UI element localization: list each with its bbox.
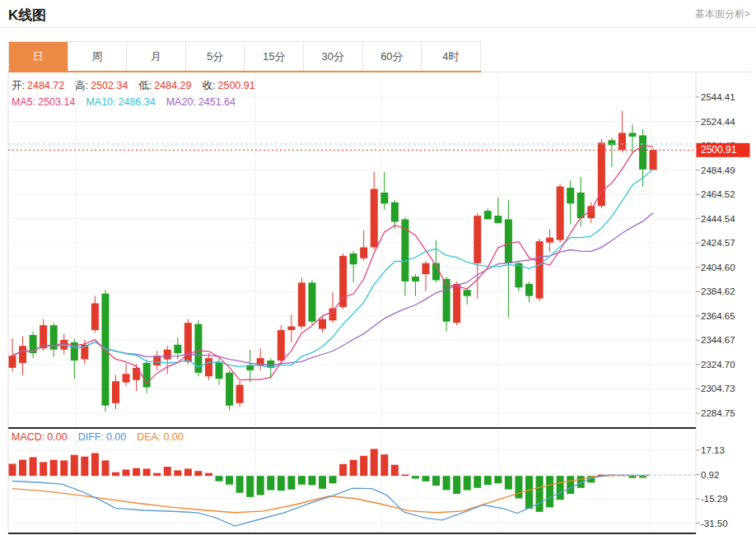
main-axis-tick: 2324.70 <box>701 360 735 370</box>
macd-axis-tick: 17.13 <box>701 445 725 455</box>
macd-bar <box>216 476 223 482</box>
tab-30min[interactable]: 30分 <box>304 42 363 71</box>
candle-body <box>515 263 522 288</box>
macd-bar <box>629 476 637 478</box>
macd-bar <box>81 457 88 476</box>
diff-value: DIFF:0.00 <box>78 431 127 444</box>
tab-month[interactable]: 月 <box>127 42 186 71</box>
candle-body <box>536 241 544 299</box>
candle-body <box>205 358 212 376</box>
header-divider <box>0 27 756 28</box>
candle-body <box>9 356 16 368</box>
macd-bar <box>350 460 357 476</box>
candle-body <box>329 308 337 320</box>
candle-body <box>380 193 388 203</box>
candle-body <box>371 189 378 248</box>
candle-body <box>494 216 502 223</box>
candle-body <box>505 219 512 263</box>
tab-15min[interactable]: 15分 <box>245 42 304 71</box>
macd-bar <box>464 476 471 490</box>
macd-bar <box>278 476 285 491</box>
macd-bar <box>329 476 337 483</box>
candle-body <box>319 319 326 329</box>
macd-bar <box>432 476 440 486</box>
macd-bar <box>133 468 140 476</box>
y-axis-labels: 2544.412524.442504.472484.492464.522444.… <box>696 92 735 528</box>
macd-bar <box>443 476 450 490</box>
candle-body <box>298 282 306 326</box>
macd-bar <box>164 467 171 476</box>
tab-60min[interactable]: 60分 <box>363 42 422 71</box>
macd-axis-tick: 0.92 <box>701 470 719 480</box>
macd-bar <box>205 473 212 476</box>
main-axis-tick: 2464.52 <box>701 189 735 199</box>
main-axis-tick: 2424.57 <box>701 238 735 248</box>
close-value: 收:2500.91 <box>203 80 255 92</box>
candle-body <box>226 373 233 406</box>
macd-bar <box>91 454 99 477</box>
candle-body <box>308 282 315 321</box>
tab-week[interactable]: 周 <box>68 42 128 71</box>
macd-bar <box>153 473 161 476</box>
macd-bar <box>40 462 47 476</box>
macd-bar <box>371 449 378 476</box>
open-value: 开:2484.72 <box>12 80 64 92</box>
main-axis-tick: 2404.60 <box>701 263 735 272</box>
ma5-value: MA5:2503.14 <box>12 96 75 109</box>
candle-body <box>91 304 99 331</box>
macd-pane <box>9 449 697 526</box>
candle-body <box>216 362 223 379</box>
macd-bar <box>494 476 502 483</box>
macd-bar <box>287 476 295 490</box>
candle-body <box>19 346 26 363</box>
candle-body <box>546 238 553 243</box>
macd-bar <box>546 476 553 507</box>
tab-4hour[interactable]: 4时 <box>422 42 481 71</box>
ma-info-row: MA5:2503.14 MA10:2486.34 MA20:2451.64 <box>12 96 246 109</box>
macd-bar <box>298 476 306 485</box>
page-title: K线图 <box>8 6 46 25</box>
candle-body <box>278 330 285 361</box>
candle-body <box>567 188 574 203</box>
macd-bar <box>422 476 430 482</box>
candle-body <box>236 385 244 403</box>
main-axis-tick: 2304.73 <box>701 384 735 393</box>
macd-bar <box>484 476 492 485</box>
tab-5min[interactable]: 5分 <box>186 42 245 71</box>
candle-body <box>174 345 181 353</box>
macd-bar <box>308 476 315 485</box>
macd-bar <box>267 476 274 490</box>
macd-bar <box>515 476 522 498</box>
macd-bar <box>236 476 244 493</box>
dea-value: DEA:0.00 <box>137 431 184 444</box>
candle-body <box>484 211 492 219</box>
macd-bar <box>123 470 130 477</box>
macd-bar <box>380 454 388 476</box>
ma20-value: MA20:2451.64 <box>166 96 236 109</box>
high-value: 高:2502.34 <box>75 80 128 92</box>
macd-bar <box>9 463 16 476</box>
fundamental-analysis-link[interactable]: 基本面分析> <box>695 7 750 21</box>
macd-bar <box>101 460 109 476</box>
macd-bar <box>71 455 78 476</box>
tab-day[interactable]: 日 <box>9 42 68 71</box>
candle-body <box>112 381 119 403</box>
candle-body <box>164 350 171 360</box>
main-axis-tick: 2344.67 <box>701 335 735 345</box>
macd-bar <box>339 464 347 476</box>
macd-value: MACD:0.00 <box>12 431 68 444</box>
main-axis-tick: 2284.75 <box>701 408 735 418</box>
candle-body <box>391 202 399 222</box>
macd-bar <box>525 476 533 509</box>
ma10-value: MA10:2486.34 <box>86 96 155 109</box>
macd-axis-tick: -15.29 <box>701 494 728 504</box>
macd-bar <box>19 460 26 477</box>
macd-bar <box>401 475 408 477</box>
macd-axis-tick: -31.50 <box>701 519 728 528</box>
macd-bar <box>474 476 481 488</box>
candle-body <box>422 263 430 274</box>
main-axis-tick: 2384.62 <box>701 286 735 296</box>
candle-body <box>474 216 481 263</box>
candle-body <box>639 135 646 169</box>
candle-body <box>525 284 533 296</box>
